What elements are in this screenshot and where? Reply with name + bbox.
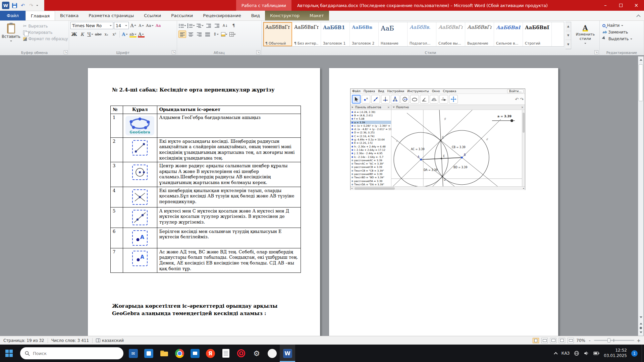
ribbon-tab[interactable]: Конструктор	[265, 11, 305, 20]
ribbon-tab[interactable]: Рассылки	[166, 11, 198, 20]
geogebra-object[interactable]: D = (2.36, 0.25)	[351, 131, 391, 134]
style-gallery-item[interactable]: АаБбВвГг, ¶ Без интер...	[292, 22, 321, 46]
highlight-color-button[interactable]: ab	[129, 31, 137, 38]
circle-tool[interactable]	[400, 95, 409, 104]
document-page-left[interactable]: № 2.4-ші сабақ: Кесіндіге орта перпендик…	[88, 68, 320, 336]
geogebra-login-button[interactable]: Войти...	[507, 89, 524, 93]
geogebra-horizontal-scrollbar[interactable]: ◂▸	[351, 186, 525, 190]
ribbon-tab[interactable]: Вид	[246, 11, 265, 20]
geogebra-object[interactable]: ТекстBD = "BD = 3.39"	[351, 176, 391, 179]
taskbar-app-icon[interactable]	[264, 345, 280, 362]
show-marks-button[interactable]: ¶	[230, 22, 237, 29]
canvas-menu-icon[interactable]	[393, 107, 395, 109]
taskbar-app-icon[interactable]: O	[233, 345, 249, 362]
taskbar-app-icon[interactable]	[172, 345, 187, 362]
font-color-button[interactable]: А	[138, 31, 145, 38]
italic-button[interactable]: К	[78, 31, 86, 38]
superscript-button[interactable]: x²	[111, 31, 118, 38]
style-gallery-item[interactable]: АаБбВвГг. Слабое вы...	[436, 22, 465, 46]
styles-dialog-launcher[interactable]: ↘	[594, 50, 598, 54]
gallery-down-button[interactable]: ▼	[566, 31, 571, 40]
qat-customize-caret[interactable]	[36, 5, 38, 7]
angle-tool[interactable]	[420, 95, 429, 104]
maximize-button[interactable]	[613, 0, 629, 11]
geogebra-menu-item[interactable]: Справка	[443, 89, 457, 93]
taskbar-app-icon[interactable]: ⚙	[249, 345, 264, 362]
ribbon-tab[interactable]: Разметка страницы	[84, 11, 139, 20]
bullets-button[interactable]	[178, 22, 186, 29]
taskbar-search[interactable]	[20, 347, 123, 359]
geogebra-object[interactable]: E = (2.26, 2.5)	[351, 141, 391, 145]
clipboard-dialog-launcher[interactable]: ↘	[64, 50, 68, 54]
word-app-icon[interactable]: W	[2, 2, 9, 9]
save-button[interactable]	[11, 2, 18, 9]
change-styles-button[interactable]: А Изменить стили	[573, 22, 598, 49]
scroll-down-button[interactable]	[638, 315, 643, 320]
bold-button[interactable]: Ж	[70, 31, 78, 38]
taskbar-app-icon[interactable]: ✉	[125, 345, 141, 362]
document-canvas[interactable]: № 2.4-ші сабақ: Кесіндіге орта перпендик…	[0, 55, 644, 336]
style-gallery-item[interactable]: АаБбВ1 Заголовок 1	[321, 22, 350, 46]
style-gallery-item[interactable]: АаБбВвГг. Сильное в...	[494, 22, 523, 46]
ribbon-tab[interactable]: Вставка	[55, 11, 84, 20]
format-painter-button[interactable]: Формат по образцу	[22, 36, 69, 42]
speaker-icon[interactable]	[584, 351, 589, 356]
scrollbar-thumb[interactable]	[639, 64, 643, 101]
taskbar-clock[interactable]: 12:52 03.01.2025	[604, 348, 627, 358]
geogebra-object[interactable]: ТекстAC = "AC = 3.39"	[351, 162, 391, 165]
underline-button[interactable]: Ч	[87, 31, 94, 38]
clear-formatting-button[interactable]: Аа	[155, 22, 162, 29]
shrink-font-button[interactable]: А	[138, 22, 145, 29]
word-count[interactable]: Число слов: 3 411	[51, 338, 89, 343]
proofing-icon[interactable]	[96, 339, 100, 342]
taskbar-app-icon[interactable]	[156, 345, 172, 362]
geogebra-object[interactable]: h: -2.36x + 2.44y = 6.48	[351, 145, 391, 148]
multilevel-list-button[interactable]	[196, 22, 204, 29]
line-tool[interactable]	[371, 95, 380, 104]
print-layout-view-button[interactable]	[533, 338, 539, 343]
change-case-button[interactable]: Аа	[146, 22, 154, 29]
geogebra-object[interactable]: расстояниеDA = 3.39	[351, 179, 391, 183]
geogebra-object[interactable]: g: 4.49x + 0.2y = 10.64	[351, 138, 391, 141]
taskbar-app-icon[interactable]	[187, 345, 203, 362]
geogebra-menu-item[interactable]: Вид	[378, 89, 384, 93]
minimize-button[interactable]: –	[598, 0, 613, 11]
web-layout-view-button[interactable]	[550, 338, 556, 343]
geogebra-object[interactable]: a = 3.39	[351, 121, 391, 124]
reflect-tool[interactable]	[430, 95, 438, 104]
perpendicular-line-tool[interactable]	[381, 95, 390, 104]
align-right-button[interactable]	[195, 31, 203, 38]
geogebra-object[interactable]: C = (2.16, 4.74)	[351, 134, 391, 138]
geogebra-undo-button[interactable]: ↶	[515, 97, 519, 102]
taskbar-app-icon[interactable]: Я	[203, 345, 218, 362]
language-indicator[interactable]: казахский	[102, 338, 124, 343]
select-button[interactable]: Выделить	[601, 36, 642, 42]
zoom-in-button[interactable]: +	[637, 338, 641, 343]
geogebra-redo-button[interactable]: ↷	[520, 97, 524, 102]
page-indicator[interactable]: Страница: 19 из 32	[3, 338, 44, 343]
style-gallery-item[interactable]: АаБбВв Заголовок 2	[350, 22, 379, 46]
show-desktop-button[interactable]	[642, 345, 644, 362]
browse-object-button[interactable]	[638, 325, 643, 330]
move-tool[interactable]	[352, 95, 361, 104]
decrease-indent-button[interactable]	[205, 22, 212, 29]
slider-handle[interactable]	[511, 119, 513, 122]
panel-close-icon[interactable]: ×	[387, 106, 390, 109]
geogebra-menu-item[interactable]: Окно	[432, 89, 440, 93]
geogebra-menu-item[interactable]: Правка	[364, 89, 375, 93]
outline-view-button[interactable]	[559, 338, 565, 343]
geogebra-drawing[interactable]: A B C D E c d g AC = 3.39 CB = 3.39 BD =…	[391, 110, 522, 186]
style-gallery-item[interactable]: АаБ Название	[379, 22, 408, 46]
geogebra-object[interactable]: c: (x + 0.28)² + (y - 2.39)² = 11.5	[351, 124, 391, 127]
panel-collapse-icon[interactable]	[352, 106, 354, 108]
ellipse-tool[interactable]	[410, 95, 419, 104]
geogebra-menu-item[interactable]: Файл	[352, 89, 361, 93]
paragraph-dialog-launcher[interactable]: ↘	[256, 50, 260, 54]
close-button[interactable]: ×	[629, 0, 644, 11]
borders-button[interactable]	[229, 31, 236, 38]
geogebra-menu-item[interactable]: Настройки	[387, 89, 404, 93]
geogebra-object[interactable]: ТекстDA = "DA = 3.39"	[351, 183, 391, 186]
geogebra-object[interactable]: расстояниеAC = 3.39	[351, 159, 391, 162]
geogebra-object[interactable]: d: (x - 4.8)² + (y - 2.61)² = 11.51	[351, 127, 391, 131]
document-page-right[interactable]: ФайлПравкаВидНастройкиИнструментыОкноСпр…	[329, 68, 558, 336]
